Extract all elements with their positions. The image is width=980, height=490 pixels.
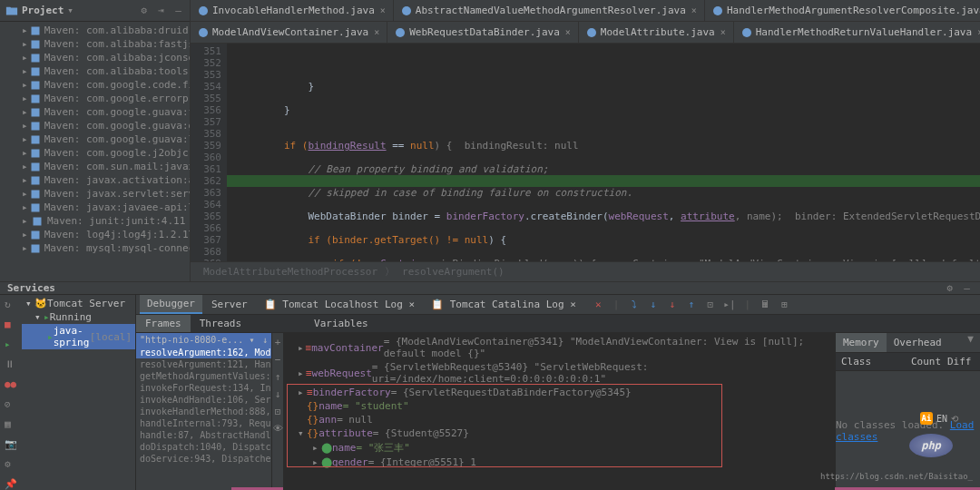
tree-item[interactable]: ▸Maven: com.google.code.findbugs:jsr305:… bbox=[0, 78, 190, 92]
close-icon[interactable]: × bbox=[691, 5, 697, 15]
stop-icon[interactable]: ■ bbox=[5, 318, 17, 331]
remove-watch-icon[interactable]: − bbox=[272, 354, 284, 366]
svg-point-25 bbox=[742, 28, 751, 37]
svg-rect-6 bbox=[31, 108, 39, 116]
var-row[interactable]: {} ann = null bbox=[283, 413, 835, 426]
stack-frame[interactable]: resolveArgument:121, HandlerMethodA bbox=[136, 358, 271, 370]
collapse-icon[interactable]: ⇥ bbox=[155, 5, 167, 16]
tree-item[interactable]: ▸Maven: com.sun.mail:javax.mail:1.5.0 bbox=[0, 160, 190, 173]
tree-item[interactable]: ▸Maven: com.google.errorprone:error_pron… bbox=[0, 92, 190, 105]
svg-point-24 bbox=[587, 28, 596, 37]
editor-tab[interactable]: ModelAndViewContainer.java× bbox=[191, 22, 387, 43]
add-watch-icon[interactable]: + bbox=[272, 337, 284, 348]
resume-icon[interactable]: ▸ bbox=[5, 338, 17, 351]
close-icon[interactable]: × bbox=[565, 27, 571, 37]
col-count: Count bbox=[911, 356, 947, 368]
pause-icon[interactable]: ⏸ bbox=[5, 358, 17, 371]
close-icon[interactable]: × bbox=[720, 27, 726, 37]
run-to-cursor-icon[interactable]: ▸| bbox=[723, 299, 735, 310]
down-icon[interactable]: ↓ bbox=[272, 388, 284, 400]
evaluate-expression-icon[interactable]: 🖩 bbox=[760, 299, 771, 310]
memory-tab[interactable]: Memory bbox=[836, 333, 887, 352]
settings-icon[interactable]: ⚙ bbox=[138, 5, 150, 16]
variables-tab[interactable]: Variables bbox=[305, 315, 377, 332]
close-icon[interactable]: × bbox=[380, 5, 386, 15]
tree-item[interactable]: ▸Maven: log4j:log4j:1.2.17 bbox=[0, 228, 190, 241]
editor-tab[interactable]: HandlerMethodArgumentResolverComposite.j… bbox=[705, 0, 980, 21]
settings-icon[interactable]: ⚙ bbox=[5, 458, 17, 471]
editor-tab[interactable]: AbstractNamedValueMethodArgumentResolver… bbox=[394, 0, 705, 21]
var-row[interactable]: ▸≡ binderFactory = {ServletRequestDataBi… bbox=[283, 386, 835, 399]
editor-tab[interactable]: ModelAttribute.java× bbox=[579, 22, 734, 43]
editor-tab[interactable]: InvocableHandlerMethod.java× bbox=[191, 0, 394, 21]
tab-catalina-log[interactable]: 📋 Tomcat Catalina Log × bbox=[424, 296, 583, 313]
tree-item[interactable]: ▸Maven: javax.activation:activation:1.1 bbox=[0, 173, 190, 187]
tree-item[interactable]: ▸Maven: com.alibaba:druid:1.0.18 bbox=[0, 24, 190, 37]
project-header[interactable]: Project ▾ ⚙ ⇥ — bbox=[0, 0, 190, 22]
frames-tab[interactable]: Frames bbox=[136, 315, 191, 332]
tree-item[interactable]: ▸Maven: javax.servlet:servlet-api:2.5 bbox=[0, 187, 190, 201]
tab-localhost-log[interactable]: 📋 Tomcat Localhost Log × bbox=[257, 296, 422, 313]
pin-icon[interactable]: 📌 bbox=[5, 478, 17, 490]
tree-item[interactable]: ▸Maven: com.google.guava:listenablefutur… bbox=[0, 132, 190, 146]
tree-item[interactable]: ▸Maven: com.alibaba:fastjson:1.2.39 bbox=[0, 37, 190, 51]
tree-item[interactable]: ▸Maven: com.alibaba:jconsole:1.8.0 bbox=[0, 51, 190, 64]
camera-icon[interactable]: 📷 bbox=[5, 438, 17, 451]
tree-item[interactable]: ▸Maven: mysql:mysql-connector-java:5.1.4… bbox=[0, 241, 190, 255]
stack-frame[interactable]: doDispatch:1040, DispatcherServlet (or bbox=[136, 441, 271, 453]
code-content[interactable]: } } if (bindingResult == null) { binding… bbox=[227, 44, 980, 261]
step-into-icon[interactable]: ↓ bbox=[647, 299, 659, 310]
tab-server[interactable]: Server bbox=[204, 296, 255, 313]
tree-item[interactable]: ▸Maven: com.google.guava:failureaccess:1… bbox=[0, 105, 190, 119]
var-row[interactable]: ▾{} attribute = {Student@5527} bbox=[283, 426, 835, 440]
editor-tab[interactable]: WebRequestDataBinder.java× bbox=[387, 22, 579, 43]
svg-point-19 bbox=[713, 6, 722, 15]
stack-frame[interactable]: invokeForRequest:134, InvocableHandl bbox=[136, 382, 271, 394]
thread-selector[interactable]: "http-nio-8080-e... ▾ ↓ bbox=[136, 333, 271, 347]
overhead-tab[interactable]: Overhead bbox=[887, 333, 949, 352]
layout-icon[interactable]: ▦ bbox=[5, 418, 17, 431]
var-row[interactable]: ▸≡ mavContainer = {ModelAndViewContainer… bbox=[283, 335, 835, 360]
drop-frame-icon[interactable]: ⊡ bbox=[704, 299, 716, 310]
rerun-icon[interactable]: ↻ bbox=[5, 299, 17, 311]
stack-frame[interactable]: getMethodArgumentValues:167, Invocab bbox=[136, 370, 271, 382]
mute-breakpoints-icon[interactable]: ⊘ bbox=[5, 398, 17, 411]
tree-item[interactable]: ▸Maven: com.alibaba:tools:1.8.0 bbox=[0, 64, 190, 78]
view-breakpoints-icon[interactable]: ●● bbox=[5, 378, 17, 391]
tomcat-server-node[interactable]: ▾🐱 Tomcat Server bbox=[22, 297, 135, 310]
stack-frame[interactable]: resolveArgument:162, ModelAttributeM bbox=[136, 347, 271, 358]
editor-tab[interactable]: HandlerMethodReturnValueHandler.java× bbox=[734, 22, 980, 43]
trace-icon[interactable]: ⊞ bbox=[779, 299, 790, 310]
tree-item[interactable]: ▸Maven: com.google.guava:guava:28.0-jre bbox=[0, 119, 190, 132]
show-watches-icon[interactable]: 👁 bbox=[272, 423, 284, 435]
settings-icon[interactable]: ⚙ bbox=[944, 282, 956, 294]
close-icon[interactable]: ✕ bbox=[593, 299, 604, 310]
stack-frame[interactable]: handleInternal:793, RequestMappingH bbox=[136, 417, 271, 429]
step-over-icon[interactable]: ⤵ bbox=[628, 299, 640, 310]
stack-frame[interactable]: invokeAndHandle:106, ServletInvocabl bbox=[136, 394, 271, 406]
java-spring-node[interactable]: ▸ java-spring [local] bbox=[22, 324, 135, 349]
hide-icon[interactable]: — bbox=[961, 282, 973, 294]
var-row[interactable]: ▸⬤ name = "张三丰" bbox=[283, 440, 835, 456]
running-node[interactable]: ▾▸ Running bbox=[22, 310, 135, 324]
breadcrumb[interactable]: ModelAttributeMethodProcessor〉resolveArg… bbox=[191, 261, 980, 281]
close-icon[interactable]: × bbox=[374, 27, 379, 37]
hide-icon[interactable]: — bbox=[172, 5, 184, 16]
tree-item[interactable]: ▸Maven: javax:javaee-api:7.0 bbox=[0, 201, 190, 214]
threads-tab[interactable]: Threads bbox=[191, 315, 250, 332]
filter-icon[interactable]: ▼ bbox=[965, 333, 976, 345]
step-out-icon[interactable]: ↑ bbox=[685, 299, 697, 310]
code-editor[interactable]: 3513523533543553563573583593603613623633… bbox=[191, 44, 980, 261]
tab-debugger[interactable]: Debugger bbox=[140, 295, 202, 314]
var-row[interactable]: ▸⬤ gender = {Integer@5551} 1 bbox=[283, 456, 835, 469]
stack-frame[interactable]: handle:87, AbstractHandlerMethodAda bbox=[136, 429, 271, 441]
tree-item[interactable]: ▸Maven: com.google.j2objc:j2objc-annotat… bbox=[0, 146, 190, 160]
force-step-into-icon[interactable]: ↓ bbox=[666, 299, 678, 310]
up-icon[interactable]: ↑ bbox=[272, 371, 284, 383]
duplicate-icon[interactable]: ⊡ bbox=[272, 406, 284, 417]
tree-item[interactable]: ▸Maven: junit:junit:4.11 bbox=[0, 214, 190, 228]
stack-frame[interactable]: doService:943, DispatcherServlet (org. bbox=[136, 453, 271, 465]
stack-frame[interactable]: invokeHandlerMethod:888, RequestMa bbox=[136, 406, 271, 417]
var-row[interactable]: ▸≡ webRequest = {ServletWebRequest@5340}… bbox=[283, 360, 835, 386]
var-row[interactable]: {} name = "student" bbox=[283, 399, 835, 413]
